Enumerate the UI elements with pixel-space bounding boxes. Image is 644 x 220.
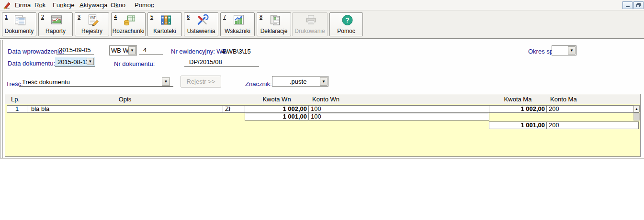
- toolbar-button-deklaracje[interactable]: 8 Deklaracje: [257, 12, 291, 36]
- cell-opis[interactable]: bla bla: [27, 105, 223, 113]
- cell-currency[interactable]: Zł: [223, 105, 245, 113]
- menu-rok[interactable]: Rok: [33, 1, 47, 10]
- data-wprowadzenia-field[interactable]: 2015-09-05: [56, 46, 94, 55]
- help-icon: ?: [341, 14, 354, 26]
- rejestr-typ-dropdown-icon[interactable]: ▼: [128, 46, 136, 55]
- header-konto-wn: Konto Wn: [312, 96, 339, 103]
- grid-header-row: Lp. Opis Kwota Wn Konto Wn Kwota Ma Kont…: [5, 94, 640, 104]
- nr-ewidencyjny-label: Nr ewidencyjny: WB: [171, 48, 226, 55]
- declarations-icon: [269, 14, 282, 26]
- minimize-icon: [626, 6, 630, 7]
- toolbar-button-dokumenty[interactable]: 1 Dokumenty: [2, 12, 36, 36]
- header-konto-ma: Konto Ma: [550, 96, 577, 103]
- menu-aktywacja[interactable]: Aktywacja: [78, 1, 110, 10]
- tresc-dropdown-icon[interactable]: ▼: [162, 77, 170, 86]
- okres-spr-dropdown-icon[interactable]: ▼: [568, 46, 576, 55]
- window-left-border: [0, 40, 1, 158]
- header-lp: Lp.: [11, 96, 20, 103]
- settlements-coins-icon: [124, 14, 136, 26]
- menu-bar: Firma Rok Funkcje Aktywacja Okno Pomoc: [0, 0, 644, 11]
- toolbar-button-kartoteki[interactable]: 5 Kartoteki: [147, 12, 182, 36]
- red-pen-icon: [2, 1, 13, 10]
- menu-firma[interactable]: Firma: [13, 1, 33, 10]
- nr-ewidencyjny-value: 4\WB\3\15: [222, 48, 251, 55]
- tresc-combobox[interactable]: Treść dokumentu ▼: [19, 77, 173, 87]
- znacznik-dropdown-icon[interactable]: ▼: [320, 77, 328, 86]
- restore-icon: [636, 3, 641, 7]
- cell-konto-ma[interactable]: 200: [546, 105, 639, 113]
- menu-pomoc[interactable]: Pomoc: [133, 1, 156, 10]
- header-kwota-ma: Kwota Ma: [489, 96, 547, 103]
- data-dokumentu-field[interactable]: 2015-08-11 ▼: [55, 57, 95, 67]
- toolbar-button-rozrachunki[interactable]: 4 Rozrachunki: [111, 12, 146, 36]
- toolbar-button-raporty[interactable]: 2 Raporty: [38, 12, 73, 36]
- cell-konto-wn[interactable]: 100: [308, 113, 489, 121]
- toolbar-button-rejestry[interactable]: 3 VAT Rejestry: [75, 12, 109, 36]
- toolbar-button-drukowanie: Drukowanie: [292, 12, 328, 36]
- toolbar: 1 Dokumenty 2 Raporty 3: [0, 11, 644, 38]
- nr-dokumentu-label: Nr dokumentu:: [114, 60, 155, 67]
- minimize-button[interactable]: [622, 1, 633, 9]
- application-window: Firma Rok Funkcje Aktywacja Okno Pomoc 1…: [0, 0, 644, 220]
- window-bottom-border: [0, 158, 644, 159]
- nr-kolejny-field[interactable]: 4: [139, 46, 163, 55]
- window-left-border-inner: [2, 40, 3, 158]
- rejestr-button: Rejestr >>: [181, 76, 221, 88]
- rejestr-typ-combobox[interactable]: WB Wyciągi ▼: [109, 45, 137, 55]
- up-arrow-icon: ▲: [635, 107, 638, 110]
- toolbar-button-ustawienia[interactable]: 6 Ustawienia: [184, 12, 218, 36]
- tools-icon: [196, 14, 209, 26]
- znacznik-combobox[interactable]: .puste ▼: [272, 76, 328, 87]
- data-wprowadzenia-label: Data wprowadzenia:: [8, 48, 64, 55]
- svg-text:VAT: VAT: [90, 16, 96, 19]
- data-dokumentu-dropdown-icon[interactable]: ▼: [87, 58, 94, 65]
- svg-text:?: ?: [345, 16, 350, 24]
- cell-lp[interactable]: 1: [7, 105, 27, 113]
- okres-spr-combobox[interactable]: ▼: [552, 45, 576, 55]
- menu-funkcje[interactable]: Funkcje: [51, 1, 77, 10]
- header-opis: Opis: [27, 96, 223, 103]
- menu-okno[interactable]: Okno: [109, 1, 127, 10]
- cell-kwota-ma[interactable]: 1 001,00: [489, 121, 547, 129]
- scrollbar-thumb[interactable]: [633, 113, 640, 121]
- nr-dokumentu-field[interactable]: DP/2015/08: [184, 58, 259, 67]
- cell-konto-wn[interactable]: 100: [308, 105, 489, 113]
- cell-kwota-wn[interactable]: 1 001,00: [245, 113, 309, 121]
- toolbar-button-pomoc[interactable]: ? Pomoc: [329, 12, 363, 36]
- toolbar-separator: [0, 38, 644, 39]
- cell-kwota-wn[interactable]: 1 002,00: [245, 105, 309, 113]
- printer-icon: [305, 14, 317, 26]
- toolbar-button-wskazniki[interactable]: 7 Wskaźniki: [220, 12, 255, 36]
- document-form: Data wprowadzenia: 2015-09-05 Data dokum…: [0, 40, 644, 94]
- vat-register-icon: VAT: [87, 14, 100, 26]
- binders-icon: [160, 14, 172, 26]
- cell-konto-ma[interactable]: 200: [546, 121, 639, 129]
- report-chart-icon: [51, 14, 63, 26]
- data-dokumentu-label: Data dokumentu:: [8, 60, 55, 67]
- header-kwota-wn: Kwota Wn: [245, 96, 309, 103]
- scroll-up-button[interactable]: ▲: [633, 105, 640, 112]
- znacznik-label: Znacznik:: [245, 80, 272, 88]
- restore-button[interactable]: [633, 1, 644, 9]
- cell-kwota-ma[interactable]: 1 002,00: [489, 105, 547, 113]
- documents-icon: [14, 14, 27, 26]
- indicators-chart-icon: [233, 14, 245, 26]
- entries-grid: Lp. Opis Kwota Wn Konto Wn Kwota Ma Kont…: [5, 94, 641, 157]
